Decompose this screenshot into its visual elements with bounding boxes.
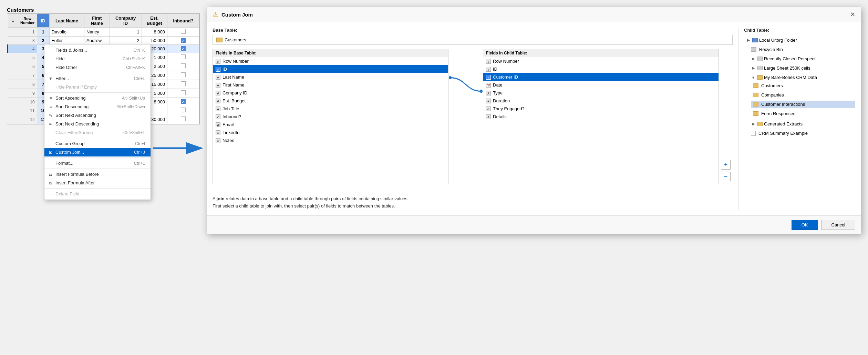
dialog-footer: OK Cancel [207, 215, 861, 234]
field-icon: 📅 [486, 83, 491, 88]
cancel-button[interactable]: Cancel [822, 220, 855, 230]
ctx-custom-group[interactable]: Custom Group Ctrl+I [44, 139, 151, 148]
field-item-type-child[interactable]: A Type [483, 89, 719, 97]
close-button[interactable]: ✕ [850, 11, 855, 18]
tree-toggle[interactable]: ▶ [751, 66, 756, 70]
field-item-companyid-base[interactable]: # Company ID [213, 89, 448, 97]
ctx-hide[interactable]: Hide Ctrl+Shift+K [44, 54, 151, 63]
col-header-companyid[interactable]: CompanyID [110, 14, 142, 28]
gray-folder-icon [751, 47, 756, 52]
field-item-lastname-base[interactable]: A Last Name [213, 73, 448, 81]
add-pair-button[interactable]: + [721, 160, 731, 170]
field-item-details-child[interactable]: A Details [483, 113, 719, 121]
table-row: 3 2 Fuller Andrew 2 50,000 ✓ [8, 37, 199, 45]
col-header-hamburger[interactable]: ≡ [8, 14, 18, 28]
fields-row: Fields in Base Table: # Row Number # ID [213, 49, 733, 184]
tree-toggle[interactable]: ▶ [746, 38, 751, 42]
ctx-sort-next-asc[interactable]: ≡₂ Sort Next Ascending [44, 111, 151, 120]
folder-icon [757, 122, 763, 126]
tree-node-companies: Companies [751, 90, 855, 100]
ctx-insert-after[interactable]: fx Insert Formula After [44, 179, 151, 187]
base-table-box: Customers [213, 35, 733, 45]
field-item-id-child[interactable]: # ID [483, 65, 719, 73]
tree-label-generated-extracts[interactable]: ▶ Generated Extracts [744, 120, 855, 128]
field-item-theyengaged-child[interactable]: ✓ They Engaged? [483, 105, 719, 113]
tree-toggle[interactable]: ▼ [751, 75, 756, 80]
tree-view[interactable]: ▶ Local Ultorg Folder Recycle Bin [744, 36, 855, 210]
col-header-firstname[interactable]: FirstName [84, 14, 110, 28]
ctx-format[interactable]: Format... Ctrl+1 [44, 159, 151, 168]
field-icon: A [216, 138, 220, 143]
field-item-row-number-base[interactable]: # Row Number [213, 57, 448, 65]
field-icon: # [486, 75, 491, 80]
left-panel: Customers ≡ RowNumber ID Last Name First… [7, 7, 200, 124]
field-item-budget-base[interactable]: # Est. Budget [213, 97, 448, 105]
field-item-row-number-child[interactable]: # Row Number [483, 57, 719, 65]
col-header-id[interactable]: ID [37, 14, 49, 28]
field-item-email-base[interactable]: @ Email [213, 121, 448, 129]
tree-node-customer-interactions: Customer Interactions [751, 100, 855, 109]
field-icon: A [216, 83, 220, 88]
tree-label-local-ultorg[interactable]: ▶ Local Ultorg Folder [744, 37, 855, 44]
field-item-id-base[interactable]: # ID [213, 65, 448, 73]
field-item-date-child[interactable]: 📅 Date [483, 81, 719, 89]
tree-label-large-sheet[interactable]: ▶ Large Sheet 250K cells [744, 64, 855, 72]
sort-next-desc-icon: ≡₂ [48, 122, 53, 126]
ctx-sep-4 [44, 158, 151, 158]
tree-label-crm-summary[interactable]: CRM Summary Example [744, 130, 855, 137]
tree-label-customer-interactions[interactable]: Customer Interactions [751, 101, 855, 108]
col-header-inbound[interactable]: Inbound? [167, 14, 199, 28]
base-table-icon [216, 38, 223, 42]
field-icon: A [486, 91, 491, 95]
field-icon: # [216, 59, 220, 64]
child-fields-panel: Fields in Child Table: # Row Number # ID [483, 49, 719, 184]
field-item-linkedin-base[interactable]: A LinkedIn [213, 129, 448, 136]
child-fields-header: Fields in Child Table: [483, 49, 719, 57]
dialog-left-panel: Base Table: Customers Fields in Base Tab… [213, 28, 733, 210]
tree-node-crm: ▼ My Bare-Bones CRM Data Customers [744, 73, 855, 119]
field-icon: # [486, 67, 491, 72]
fields-section: Fields in Base Table: # Row Number # ID [213, 49, 733, 210]
field-item-jobtitle-base[interactable]: A Job Title [213, 105, 448, 113]
tree-toggle[interactable]: ▶ [751, 122, 756, 126]
sort-asc-icon: ≡ [48, 96, 53, 101]
ctx-sort-next-desc[interactable]: ≡₂ Sort Next Descending [44, 120, 151, 128]
field-icon: # [216, 91, 220, 95]
ctx-hide-other[interactable]: Hide Other Ctrl+Alt+K [44, 63, 151, 72]
tree-label-customers[interactable]: Customers [751, 82, 855, 89]
ctx-delete-field: Delete Field [44, 190, 151, 198]
base-fields-list[interactable]: # Row Number # ID A Last Name [213, 57, 448, 184]
base-fields-panel: Fields in Base Table: # Row Number # ID [213, 49, 448, 184]
child-fields-list[interactable]: # Row Number # ID # Customer ID [483, 57, 719, 184]
field-icon: ✓ [486, 106, 491, 111]
tree-label-recycle[interactable]: Recycle Bin [744, 46, 855, 53]
ctx-sep-1 [44, 73, 151, 73]
ctx-sort-desc[interactable]: ≡ Sort Descending Alt+Shift+Down [44, 102, 151, 111]
field-item-duration-child[interactable]: # Duration [483, 97, 719, 105]
col-header-lastname[interactable]: Last Name [49, 14, 84, 28]
join-connector [448, 49, 483, 184]
file-icon [751, 131, 756, 136]
field-item-firstname-base[interactable]: A First Name [213, 81, 448, 89]
remove-pair-button[interactable]: − [721, 172, 731, 181]
arrow-svg [152, 138, 207, 159]
field-item-inbound-base[interactable]: ✓ Inbound? [213, 113, 448, 121]
ctx-filter[interactable]: ▼ Filter... Ctrl+L [44, 74, 151, 83]
field-item-notes-base[interactable]: A Notes [213, 136, 448, 144]
col-header-budget[interactable]: Est.Budget [142, 14, 167, 28]
ctx-sort-asc[interactable]: ≡ Sort Ascending Alt+Shift+Up [44, 94, 151, 102]
ctx-custom-join[interactable]: ⊠ Custom Join... Ctrl+J [44, 148, 151, 156]
col-header-rownumber[interactable]: RowNumber [18, 14, 37, 28]
tree-toggle[interactable]: ▶ [751, 57, 756, 61]
tree-label-companies[interactable]: Companies [751, 91, 855, 99]
field-item-customerid-child[interactable]: # Customer ID [483, 73, 719, 81]
field-icon: # [216, 99, 220, 103]
ctx-insert-before[interactable]: fx Insert Formula Before [44, 170, 151, 179]
add-remove-buttons: + − [719, 49, 733, 184]
tree-label-crm[interactable]: ▼ My Bare-Bones CRM Data [744, 74, 855, 81]
tree-label-form-responses[interactable]: Form Responses [751, 110, 855, 117]
ok-button[interactable]: OK [792, 220, 818, 230]
field-icon: @ [216, 122, 220, 127]
tree-label-recent[interactable]: ▶ Recently Closed Perspecti [744, 55, 855, 62]
ctx-fields-joins[interactable]: Fields & Joins... Ctrl+K [44, 46, 151, 54]
